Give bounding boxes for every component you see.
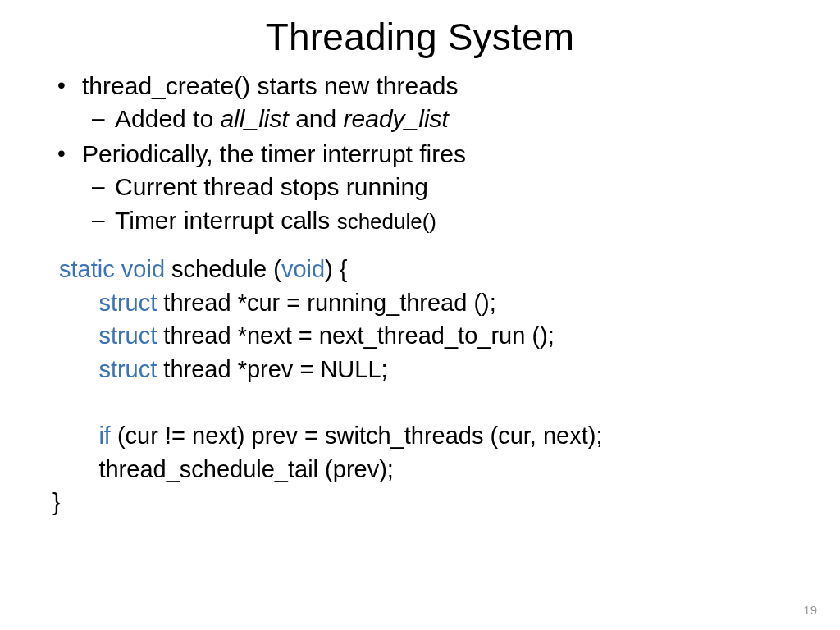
code-text: thread *next = next_thread_to_run (); [157,322,554,349]
code-text: } [52,489,61,515]
page-number: 19 [803,603,817,617]
bullet-list: thread_create() starts new threads Added… [49,71,791,236]
code-block: static void schedule (void) { struct thr… [49,253,791,519]
code-text: thread *prev = NULL; [157,356,387,382]
sub-bullet-list: Added to all_list and ready_list [82,103,791,135]
italic-term: ready_list [344,105,449,132]
text-mid: and [289,105,344,132]
keyword: struct [98,322,157,349]
text-pre: Added to [115,105,220,132]
keyword: void [281,256,325,282]
code-text: ) { [325,256,347,282]
bullet-text: thread_create() starts new threads [82,72,459,99]
small-code-term: schedule() [337,209,436,234]
italic-term: all_list [220,105,288,132]
slide-title: Threading System [49,15,791,59]
code-text: thread_schedule_tail (prev); [98,456,393,482]
code-text: (cur != next) prev = switch_threads (cur… [111,422,603,449]
code-text: thread *cur = running_thread (); [157,290,496,316]
sub-bullet-list: Current thread stops running Timer inter… [82,171,791,236]
bullet-item: Periodically, the timer interrupt fires … [82,139,791,236]
keyword: static void [59,256,165,282]
text-pre: Timer interrupt calls [115,207,337,234]
keyword: if [98,422,111,449]
sub-bullet-item: Added to all_list and ready_list [115,103,791,135]
sub-bullet-item: Timer interrupt calls schedule() [115,205,791,236]
code-text: schedule ( [165,256,281,282]
slide: Threading System thread_create() starts … [0,0,840,630]
keyword: struct [98,356,157,382]
bullet-item: thread_create() starts new threads Added… [82,71,791,135]
keyword: struct [98,290,157,316]
bullet-text: Periodically, the timer interrupt fires [82,140,466,167]
sub-bullet-item: Current thread stops running [115,171,791,203]
